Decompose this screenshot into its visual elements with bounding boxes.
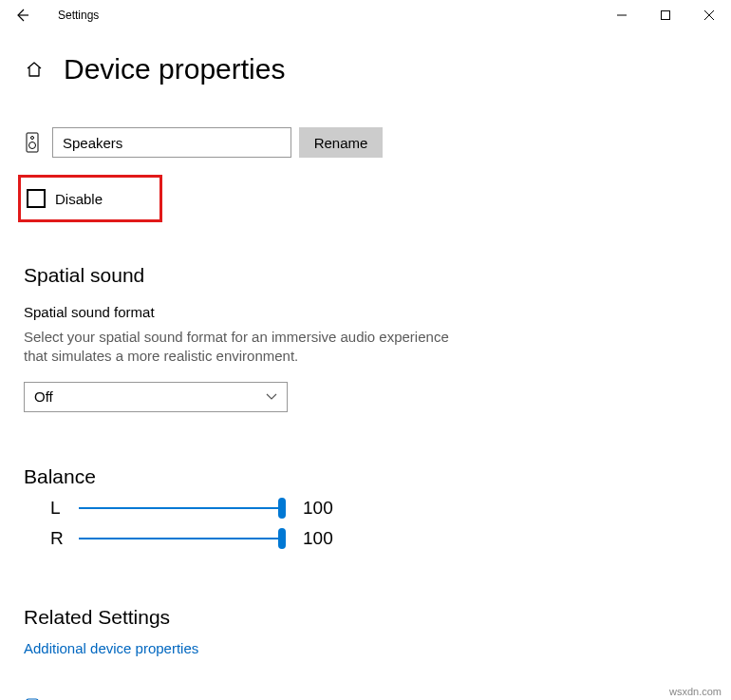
balance-right-value: 100	[303, 528, 333, 549]
disable-label: Disable	[55, 191, 103, 207]
spatial-description: Select your spatial sound format for an …	[24, 328, 470, 367]
balance-right-row: R 100	[24, 528, 707, 549]
app-title: Settings	[58, 9, 99, 22]
svg-point-7	[29, 142, 36, 149]
spatial-format-label: Spatial sound format	[24, 304, 707, 320]
disable-checkbox-highlight: Disable	[18, 175, 162, 222]
device-name-row: Rename	[24, 127, 707, 158]
rename-button[interactable]: Rename	[299, 127, 383, 158]
balance-right-slider[interactable]	[79, 528, 282, 549]
chevron-down-icon	[266, 393, 277, 401]
balance-heading: Balance	[24, 465, 707, 488]
balance-right-label: R	[50, 528, 79, 549]
titlebar: Settings	[0, 0, 731, 30]
related-settings-heading: Related Settings	[24, 606, 707, 629]
svg-point-6	[31, 137, 34, 140]
page-header: Device properties	[0, 30, 731, 99]
disable-checkbox[interactable]	[27, 189, 46, 208]
spatial-format-dropdown[interactable]: Off	[24, 382, 288, 412]
home-icon[interactable]	[24, 60, 45, 79]
maximize-button[interactable]	[644, 0, 687, 30]
dropdown-value: Off	[34, 388, 53, 405]
additional-properties-link[interactable]: Additional device properties	[24, 640, 198, 656]
watermark: wsxdn.com	[669, 686, 722, 697]
balance-left-slider[interactable]	[79, 498, 282, 519]
balance-left-row: L 100	[24, 498, 707, 519]
page-title: Device properties	[64, 53, 285, 85]
svg-rect-2	[662, 11, 670, 20]
close-button[interactable]	[687, 0, 731, 30]
balance-left-label: L	[50, 498, 79, 519]
device-name-input[interactable]	[52, 127, 291, 158]
back-button[interactable]	[12, 6, 31, 25]
spatial-sound-heading: Spatial sound	[24, 264, 707, 287]
balance-left-value: 100	[303, 498, 333, 519]
speaker-icon	[24, 132, 41, 153]
minimize-button[interactable]	[600, 0, 644, 30]
